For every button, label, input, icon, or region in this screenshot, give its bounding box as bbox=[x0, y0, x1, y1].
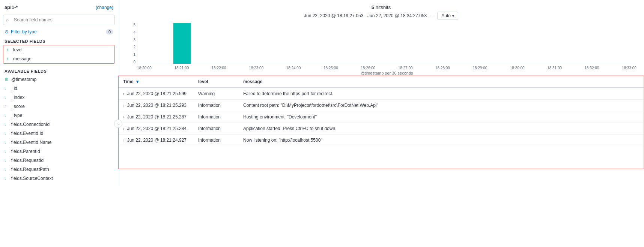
avail-field-connectionid[interactable]: t fields.ConnectionId bbox=[0, 120, 118, 129]
field-type-t-icon: t bbox=[5, 177, 9, 181]
auto-interval-select[interactable]: Auto ▾ bbox=[437, 12, 458, 20]
row-expand-button[interactable]: › bbox=[123, 138, 124, 142]
field-type-t-icon: t bbox=[5, 96, 9, 100]
selected-fields-box: t level t message bbox=[3, 45, 115, 64]
field-type-t-icon: t bbox=[5, 114, 9, 118]
selected-field-message[interactable]: t message bbox=[3, 54, 114, 63]
row-expand-button[interactable]: › bbox=[123, 115, 124, 119]
avail-field-name-id: _id bbox=[11, 86, 17, 91]
level-cell: Warning bbox=[194, 88, 239, 100]
filter-count-badge: 0 bbox=[106, 29, 113, 34]
avail-field-name-requestid: fields.RequestId bbox=[11, 158, 44, 163]
avail-field-name-score: _score bbox=[11, 104, 25, 109]
time-column-header[interactable]: Time ▾ bbox=[119, 76, 194, 88]
table-row-empty bbox=[119, 146, 644, 169]
avail-field-eventid-id[interactable]: t fields.EventId.Id bbox=[0, 129, 118, 138]
calendar-icon: 🗓 bbox=[5, 77, 9, 82]
message-column-header[interactable]: message bbox=[239, 76, 644, 88]
y-axis-1: 1 bbox=[133, 52, 135, 57]
time-value: Jun 22, 2020 @ 18:21:25.287 bbox=[127, 114, 187, 120]
avail-field-timestamp[interactable]: 🗓 @timestamp bbox=[0, 75, 118, 84]
time-header-label: Time bbox=[123, 79, 134, 84]
table-row: › Jun 22, 2020 @ 18:21:25.599 Warning Fa… bbox=[119, 88, 644, 100]
index-pattern-name: api1-* bbox=[5, 4, 18, 10]
level-cell: Information bbox=[194, 100, 239, 111]
table-row: › Jun 22, 2020 @ 18:21:25.293 Informatio… bbox=[119, 100, 644, 111]
selected-fields-label: Selected fields bbox=[0, 37, 118, 45]
time-value: Jun 22, 2020 @ 18:21:25.599 bbox=[127, 91, 187, 96]
results-table: Time ▾ level message bbox=[119, 76, 644, 169]
search-field-names-input[interactable] bbox=[3, 15, 115, 25]
avail-field-name-index: _index bbox=[11, 95, 24, 100]
table-row: › Jun 22, 2020 @ 18:21:25.284 Informatio… bbox=[119, 123, 644, 135]
results-table-area: Time ▾ level message bbox=[118, 76, 644, 247]
row-expand-button[interactable]: › bbox=[123, 103, 124, 108]
avail-field-index[interactable]: t _index bbox=[0, 93, 118, 102]
hits-label: hits bbox=[376, 4, 383, 10]
time-cell: › Jun 22, 2020 @ 18:21:25.599 bbox=[119, 88, 194, 100]
field-name-level: level bbox=[13, 47, 23, 52]
sidebar-collapse-button[interactable]: ‹ bbox=[114, 120, 122, 128]
field-type-t-icon: t bbox=[5, 141, 9, 145]
level-cell: Information bbox=[194, 111, 239, 123]
field-name-message: message bbox=[13, 56, 32, 61]
field-type-t-icon: t bbox=[5, 123, 9, 127]
message-cell: Content root path: "D:\MyProjects\fordot… bbox=[239, 100, 644, 111]
avail-field-name-timestamp: @timestamp bbox=[11, 77, 37, 82]
avail-field-name-connectionid: fields.ConnectionId bbox=[11, 122, 50, 127]
message-cell: Failed to determine the https port for r… bbox=[239, 88, 644, 100]
chevron-left-icon: ‹ bbox=[117, 121, 119, 126]
chevron-down-icon: ▾ bbox=[452, 14, 454, 18]
message-cell: Hosting environment: "Development" bbox=[239, 111, 644, 123]
avail-field-requestid[interactable]: t fields.RequestId bbox=[0, 156, 118, 165]
time-range-text: Jun 22, 2020 @ 18:19:27.053 - Jun 22, 20… bbox=[304, 13, 427, 18]
field-type-icon-t: t bbox=[7, 48, 11, 52]
avail-field-type[interactable]: t _type bbox=[0, 111, 118, 120]
avail-field-parentid[interactable]: t fields.ParentId bbox=[0, 147, 118, 156]
filter-by-type-button[interactable]: ⊙ Filter by type bbox=[5, 29, 37, 34]
time-value: Jun 22, 2020 @ 18:21:25.293 bbox=[127, 103, 187, 108]
avail-field-eventid-name[interactable]: t fields.EventId.Name bbox=[0, 138, 118, 147]
hits-header: 5 hitshits bbox=[126, 4, 636, 10]
table-border-container: Time ▾ level message bbox=[118, 76, 644, 169]
avail-field-name-parentid: fields.ParentId bbox=[11, 149, 40, 154]
separator: — bbox=[430, 13, 434, 18]
row-expand-button[interactable]: › bbox=[123, 127, 124, 131]
chart-plot-area bbox=[137, 23, 636, 64]
search-field-names-container: ⌕ bbox=[0, 13, 118, 27]
table-row: › Jun 22, 2020 @ 18:21:24.927 Informatio… bbox=[119, 135, 644, 146]
level-column-header[interactable]: level bbox=[194, 76, 239, 88]
avail-field-requestpath[interactable]: t fields.RequestPath bbox=[0, 165, 118, 174]
avail-field-sourcecontext[interactable]: t fields.SourceContext bbox=[0, 174, 118, 183]
avail-field-name-requestpath: fields.RequestPath bbox=[11, 167, 49, 172]
message-header-label: message bbox=[243, 79, 262, 84]
avail-field-name-sourcecontext: fields.SourceContext bbox=[11, 176, 53, 181]
field-type-t-icon: t bbox=[5, 159, 9, 163]
field-type-hash-icon: # bbox=[5, 105, 9, 109]
level-cell: Information bbox=[194, 135, 239, 146]
time-cell: › Jun 22, 2020 @ 18:21:25.284 bbox=[119, 123, 194, 135]
x-axis-label-text: @timestamp per 30 seconds bbox=[137, 71, 636, 75]
y-axis-3: 3 bbox=[133, 38, 135, 42]
time-cell: › Jun 22, 2020 @ 18:21:25.293 bbox=[119, 100, 194, 111]
time-cell: › Jun 22, 2020 @ 18:21:25.287 bbox=[119, 111, 194, 123]
field-type-t-icon: t bbox=[5, 87, 9, 91]
x-axis-labels: 18:20:00 18:21:00 18:22:00 18:23:00 18:2… bbox=[137, 66, 636, 70]
field-type-icon-t: t bbox=[7, 57, 11, 61]
avail-field-name-eventid-id: fields.EventId.Id bbox=[11, 131, 43, 136]
time-value: Jun 22, 2020 @ 18:21:25.284 bbox=[127, 126, 187, 131]
time-value: Jun 22, 2020 @ 18:21:24.927 bbox=[127, 138, 187, 143]
level-cell: Information bbox=[194, 123, 239, 135]
auto-label: Auto bbox=[441, 13, 451, 18]
change-link[interactable]: (change) bbox=[96, 5, 113, 10]
avail-field-id[interactable]: t _id bbox=[0, 84, 118, 93]
field-type-t-icon: t bbox=[5, 132, 9, 136]
y-axis-2: 2 bbox=[133, 45, 135, 49]
y-axis-5: 5 bbox=[133, 23, 135, 27]
avail-field-name-eventid-name: fields.EventId.Name bbox=[11, 140, 51, 145]
message-cell: Now listening on: "http://localhost:5500… bbox=[239, 135, 644, 146]
available-fields-label: Available fields bbox=[0, 65, 118, 75]
selected-field-level[interactable]: t level bbox=[3, 45, 114, 54]
avail-field-score[interactable]: # _score bbox=[0, 102, 118, 111]
row-expand-button[interactable]: › bbox=[123, 92, 124, 96]
